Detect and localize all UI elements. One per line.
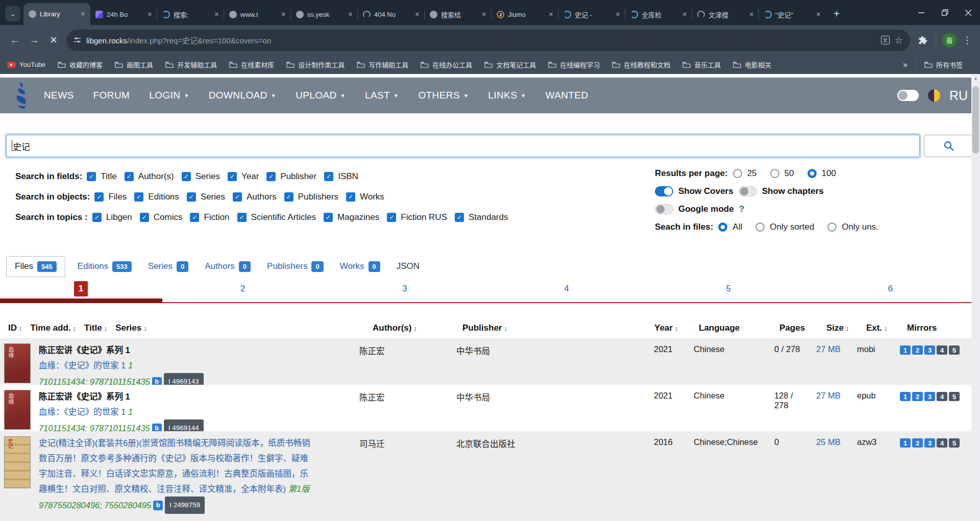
radio-only-unsorted[interactable] — [827, 222, 837, 232]
browser-tab[interactable]: ss.yesk ✕ — [291, 4, 358, 25]
browser-tab[interactable]: "史记" ✕ — [759, 4, 826, 25]
option-label[interactable]: Year — [241, 171, 259, 182]
browser-tab[interactable]: 文津搜 ✕ — [692, 4, 759, 25]
theme-toggle[interactable] — [897, 90, 919, 101]
checkbox-standards[interactable]: ✓ — [455, 213, 464, 222]
checkbox-works[interactable]: ✓ — [346, 192, 355, 202]
size-link[interactable]: 25 MB — [816, 437, 841, 446]
menu-login[interactable]: LOGIN▼ — [149, 90, 189, 101]
tab-authors[interactable]: Authors0 — [205, 261, 251, 272]
mirror-link[interactable]: 4 — [937, 392, 947, 401]
browser-tab[interactable]: 史记 - ✕ — [558, 4, 625, 25]
option-label[interactable]: 100 — [822, 168, 836, 179]
checkbox-series-obj[interactable]: ✓ — [187, 192, 196, 202]
option-label[interactable]: Scientific Articles — [251, 212, 316, 222]
bookmark-folder[interactable]: 在线教程和文档 — [612, 60, 670, 69]
mirror-link[interactable]: 4 — [937, 438, 947, 448]
option-label[interactable]: Editions — [148, 192, 179, 202]
bookmark-youtube[interactable]: YouTube — [7, 61, 45, 68]
tab-close-icon[interactable]: ✕ — [213, 10, 220, 19]
b-badge[interactable]: b — [152, 424, 162, 432]
header-size[interactable]: Size↕ — [816, 323, 857, 333]
option-label[interactable]: Series — [195, 171, 220, 182]
bookmarks-overflow-button[interactable]: » — [903, 60, 908, 69]
checkbox-publishers-obj[interactable]: ✓ — [284, 192, 293, 202]
checkbox-comics[interactable]: ✓ — [140, 213, 149, 222]
radio-all[interactable] — [718, 222, 727, 232]
tab-works[interactable]: Works0 — [340, 261, 380, 272]
tab-close-icon[interactable]: ✕ — [280, 10, 287, 19]
tab-close-icon[interactable]: ✕ — [748, 10, 755, 19]
mirror-link[interactable]: 1 — [900, 345, 911, 355]
checkbox-series[interactable]: ✓ — [182, 172, 191, 181]
browser-tab[interactable]: Jiumo ✕ — [492, 4, 558, 25]
option-label[interactable]: Author(s) — [138, 171, 174, 182]
page-2[interactable]: 2 — [162, 281, 324, 297]
tab-close-icon[interactable]: ✕ — [347, 10, 354, 19]
book-title-link[interactable]: 史记(精注全译)(套装共6册)(崇贤馆图书精编无障碍阅读版本，纸质书畅销数百万册… — [39, 438, 310, 493]
menu-wanted[interactable]: WANTED — [546, 90, 589, 101]
option-label[interactable]: Only sorted — [770, 222, 814, 232]
b-badge[interactable]: b — [152, 377, 162, 385]
menu-news[interactable]: NEWS — [44, 90, 74, 101]
option-label[interactable]: 50 — [785, 168, 794, 179]
option-label[interactable]: Libgen — [106, 212, 132, 222]
minimize-button[interactable] — [910, 0, 933, 25]
checkbox-magazines[interactable]: ✓ — [324, 213, 333, 222]
header-author[interactable]: Author(s)↕ — [359, 323, 456, 333]
option-label[interactable]: Title — [101, 171, 117, 182]
browser-tab[interactable]: Library ✕ — [23, 3, 90, 25]
address-bar[interactable]: libgen.rocks/index.php?req=史记&res=100&co… — [66, 30, 910, 51]
tab-json[interactable]: JSON — [397, 261, 420, 271]
mirror-link[interactable]: 1 — [900, 438, 911, 448]
translate-icon[interactable]: 文 — [881, 36, 890, 44]
scrollbar-thumb[interactable] — [972, 86, 979, 154]
search-input[interactable]: 史记 — [6, 135, 920, 157]
option-label[interactable]: Works — [360, 192, 384, 202]
tab-editions[interactable]: Editions533 — [78, 261, 132, 272]
page-3[interactable]: 3 — [324, 281, 485, 297]
extensions-button[interactable] — [913, 31, 933, 50]
google-mode-help-link[interactable]: ? — [739, 204, 744, 214]
size-link[interactable]: 27 MB — [816, 344, 841, 354]
tab-publishers[interactable]: Publishers0 — [267, 261, 324, 272]
file-id-badge[interactable]: I 2498759 — [165, 497, 205, 514]
new-tab-button[interactable]: + — [829, 6, 844, 21]
moon-icon[interactable] — [928, 89, 940, 102]
checkbox-libgen[interactable]: ✓ — [92, 213, 102, 222]
tab-search-button[interactable]: ⌄ — [5, 6, 20, 21]
forward-button[interactable]: → — [24, 31, 44, 50]
header-ext[interactable]: Ext.↕ — [857, 323, 897, 333]
tab-files[interactable]: Files545 — [6, 256, 65, 277]
mirror-link[interactable]: 2 — [912, 345, 923, 355]
mirror-link[interactable]: 4 — [937, 345, 947, 355]
option-label[interactable]: Files — [108, 192, 127, 202]
tab-close-icon[interactable]: ✕ — [681, 10, 688, 19]
bookmark-folder[interactable]: 画图工具 — [115, 60, 153, 69]
search-button[interactable] — [924, 135, 974, 157]
option-label[interactable]: Only uns. — [842, 222, 878, 232]
bookmark-folder[interactable]: 写作辅助工具 — [357, 60, 408, 69]
option-label[interactable]: Fiction RUS — [401, 212, 447, 222]
checkbox-fiction[interactable]: ✓ — [190, 213, 199, 222]
checkbox-isbn[interactable]: ✓ — [324, 172, 333, 181]
checkbox-authors-obj[interactable]: ✓ — [233, 192, 242, 202]
option-label[interactable]: 25 — [747, 168, 757, 179]
checkbox-publisher[interactable]: ✓ — [266, 172, 276, 181]
back-button[interactable]: ← — [5, 31, 24, 50]
checkbox-editions[interactable]: ✓ — [134, 192, 143, 202]
browser-tab[interactable]: 404 No ✕ — [358, 4, 425, 25]
checkbox-authors[interactable]: ✓ — [125, 172, 134, 181]
browser-tab[interactable]: 搜索结 ✕ — [425, 4, 492, 25]
page-6[interactable]: 6 — [810, 281, 971, 297]
radio-100[interactable] — [807, 169, 817, 178]
all-bookmarks-button[interactable]: 所有书签 — [924, 60, 963, 69]
tab-close-icon[interactable]: ✕ — [146, 10, 153, 19]
header-id[interactable]: ID↕ — [8, 323, 22, 333]
mirror-link[interactable]: 5 — [949, 392, 960, 401]
tab-close-icon[interactable]: ✕ — [815, 10, 822, 19]
header-title[interactable]: Title↕ — [84, 323, 107, 333]
sort-icon[interactable]: ↕ — [104, 325, 108, 332]
page-5[interactable]: 5 — [648, 281, 810, 297]
checkbox-files[interactable]: ✓ — [94, 192, 104, 202]
